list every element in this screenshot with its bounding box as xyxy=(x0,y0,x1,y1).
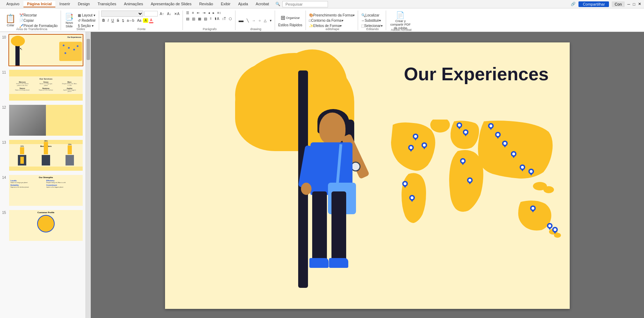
menu-pagina-inicial[interactable]: Página Inicial xyxy=(23,1,55,7)
shape-more[interactable]: ▾ xyxy=(269,18,273,23)
menu-inserir[interactable]: Inserir xyxy=(56,1,74,7)
svg-point-8 xyxy=(410,146,412,149)
slide-img-15[interactable]: Customer Profile xyxy=(8,209,83,242)
slide-content-12: A Picture Is Worth a Thousand Words xyxy=(9,105,83,136)
shape-line[interactable]: ╲ xyxy=(246,18,250,23)
copy-button[interactable]: 📄 Copiar xyxy=(18,18,59,23)
shape-triangle[interactable]: △ xyxy=(263,18,268,23)
underline-button[interactable]: U xyxy=(110,18,115,23)
menu-acrobat[interactable]: Acrobat xyxy=(252,1,273,7)
slide-img-10[interactable]: Our Experiences ↖ xyxy=(8,34,83,66)
menu-ajuda[interactable]: Ajuda xyxy=(235,1,252,7)
number-list-button[interactable]: ≡ xyxy=(191,11,195,15)
slide-content-14: Our Strengths Loyalty Saturn is a large … xyxy=(9,175,83,206)
text-direction-button[interactable]: ⬆A xyxy=(213,16,220,21)
menu-revisao[interactable]: Revisão xyxy=(196,1,217,7)
slide-thumb-15[interactable]: 15 Customer Profile xyxy=(1,209,84,242)
reset-button[interactable]: ↺ Redefinir xyxy=(77,18,97,23)
svg-point-32 xyxy=(512,153,515,155)
decrease-indent-button[interactable]: ⇤ xyxy=(196,11,201,15)
slide-thumb-14[interactable]: 14 Our Strengths Loyalty Saturn is a lar… xyxy=(1,174,84,207)
svg-point-38 xyxy=(468,179,471,182)
columns-button[interactable]: ⫴ xyxy=(209,16,212,21)
shape-oval[interactable]: ○ xyxy=(258,18,262,23)
strikethrough-button[interactable]: S xyxy=(116,18,120,23)
world-map xyxy=(386,120,557,246)
align-text-button[interactable]: ↕T xyxy=(221,16,227,21)
slide-img-13[interactable]: Bestsellers 10% 35% xyxy=(8,139,83,171)
decrease-col-button[interactable]: ◂ xyxy=(207,11,211,15)
slide-num-14: 14 xyxy=(2,174,8,180)
map-greenland xyxy=(430,120,450,133)
find-button[interactable]: 🔍 Localizar xyxy=(360,13,384,18)
person-hand-left xyxy=(301,183,311,195)
font-name-selector[interactable] xyxy=(101,11,143,17)
shape-outline-button[interactable]: □ Contorno da Forma ▾ xyxy=(308,18,356,23)
clear-format-button[interactable]: ✕A xyxy=(173,12,180,16)
char-spacing-button[interactable]: a↔b xyxy=(126,18,135,23)
organize-button[interactable]: ⊞ Organizar xyxy=(277,13,303,22)
minimize-button[interactable]: ─ xyxy=(628,2,630,6)
share-button[interactable]: Compartilhar xyxy=(578,1,609,7)
slide-scrollbar[interactable] xyxy=(86,32,91,318)
shape-rect[interactable]: ▬ xyxy=(238,17,245,23)
shape-fill-button[interactable]: 🎨 Preenchimento da Forma ▾ xyxy=(308,13,356,18)
italic-button[interactable]: I xyxy=(107,18,110,23)
close-button[interactable]: ✕ xyxy=(638,2,641,6)
smartart-button[interactable]: ⬡ xyxy=(228,16,233,21)
editing-label: Editando xyxy=(359,27,386,31)
menu-animacoes[interactable]: Animações xyxy=(121,1,146,7)
comment-button[interactable]: Con xyxy=(612,1,624,7)
slide-thumb-12[interactable]: 12 A Picture Is Worth a Thousand Words xyxy=(1,103,84,137)
svg-point-29 xyxy=(503,142,506,145)
change-case-button[interactable]: Aa xyxy=(136,18,142,23)
new-slide-button[interactable]: 📑 NovoSlide xyxy=(63,12,75,29)
font-shrink-button[interactable]: A↓ xyxy=(166,12,172,16)
slide-thumb-11[interactable]: 11 Our Services Mercury Venus is the clo… xyxy=(1,68,84,102)
increase-indent-button[interactable]: ⇥ xyxy=(201,11,206,15)
tree-canopy-3 xyxy=(235,63,298,127)
font-grow-button[interactable]: A↑ xyxy=(159,12,165,16)
shadow-button[interactable]: S̤ xyxy=(121,18,125,23)
pin-17 xyxy=(547,223,553,230)
align-right-button[interactable]: ▦ xyxy=(197,16,202,21)
align-center-button[interactable]: ▥ xyxy=(191,16,196,21)
slide-thumb-10[interactable]: 10 Our Experiences xyxy=(1,33,84,67)
align-left-button[interactable]: ▤ xyxy=(185,16,190,21)
scroll-thumb[interactable] xyxy=(87,39,90,60)
layout-button[interactable]: ▦ Layout ▾ xyxy=(77,13,97,18)
slide-num-15: 15 xyxy=(2,209,8,215)
search-input[interactable] xyxy=(282,1,328,7)
slide-title[interactable]: Our Experiences xyxy=(404,63,549,84)
ribbon: 📋 Colar ✂️ Recortar 📄 Copiar 🖌️ Pincel d… xyxy=(0,8,644,32)
menu-apresentacao[interactable]: Apresentação de Slides xyxy=(147,1,195,7)
maximize-button[interactable]: □ xyxy=(633,2,635,6)
create-pdf-button[interactable]: 📄 Crear y compartir PDF de Adobe xyxy=(388,10,413,31)
slide-img-14[interactable]: Our Strengths Loyalty Saturn is a large … xyxy=(8,174,83,207)
person-leg-left xyxy=(312,191,327,262)
cut-button[interactable]: ✂️ Recortar xyxy=(18,13,59,18)
increase-col-button[interactable]: ▸ xyxy=(212,11,215,15)
quick-styles-button[interactable]: Estilos Rápidos xyxy=(277,23,303,27)
replace-button[interactable]: ↔ Substituir ▾ xyxy=(360,18,384,23)
shape-arrow[interactable]: → xyxy=(251,18,256,23)
menu-design[interactable]: Design xyxy=(74,1,93,7)
font-label: Fonte xyxy=(101,27,183,31)
svg-point-26 xyxy=(496,133,499,136)
bold-button[interactable]: B xyxy=(101,18,106,23)
font-color-button[interactable]: A xyxy=(149,18,153,23)
menu-exibir[interactable]: Exibir xyxy=(217,1,234,7)
slide-thumb-13[interactable]: 13 Bestsellers 10% xyxy=(1,138,84,172)
highlight-button[interactable]: A xyxy=(143,18,148,23)
slide-img-12[interactable]: A Picture Is Worth a Thousand Words xyxy=(8,104,83,136)
map-africa xyxy=(449,150,483,211)
slide-img-11[interactable]: Our Services Mercury Venus is the closes… xyxy=(8,69,83,101)
font-size-input[interactable] xyxy=(144,11,158,16)
align-justify-button[interactable]: ▧ xyxy=(203,16,208,21)
slide-canvas[interactable]: Our Experiences xyxy=(165,42,570,309)
menu-transicoes[interactable]: Transições xyxy=(94,1,119,7)
line-spacing-button[interactable]: ≡↕ xyxy=(216,11,222,15)
map-asia xyxy=(478,121,553,178)
bullet-list-button[interactable]: ☰ xyxy=(185,11,190,15)
menu-arquivo[interactable]: Arquivo xyxy=(3,1,23,7)
